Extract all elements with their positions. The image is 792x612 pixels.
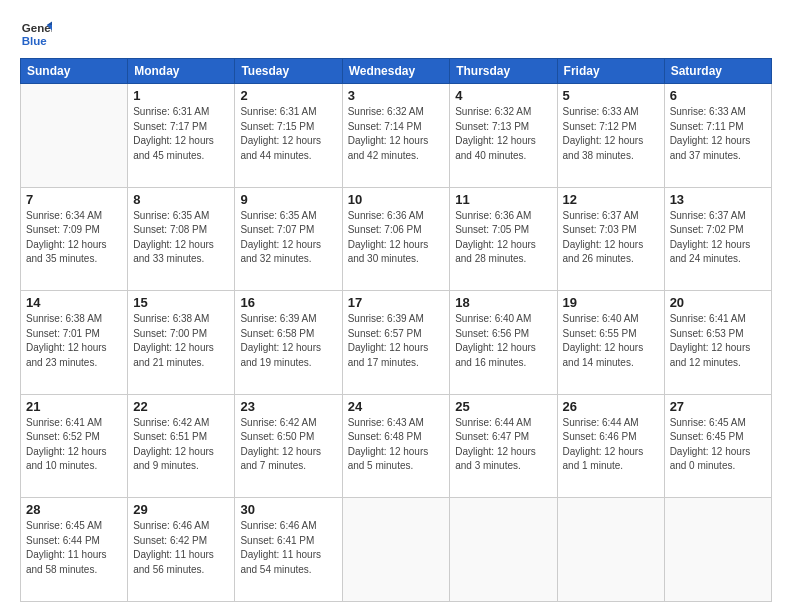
col-header-sunday: Sunday <box>21 59 128 84</box>
day-info: Sunrise: 6:45 AMSunset: 6:45 PMDaylight:… <box>670 416 766 474</box>
calendar-cell <box>342 498 450 602</box>
day-info: Sunrise: 6:39 AMSunset: 6:58 PMDaylight:… <box>240 312 336 370</box>
day-number: 23 <box>240 399 336 414</box>
day-info: Sunrise: 6:43 AMSunset: 6:48 PMDaylight:… <box>348 416 445 474</box>
day-info: Sunrise: 6:44 AMSunset: 6:46 PMDaylight:… <box>563 416 659 474</box>
calendar-cell: 29Sunrise: 6:46 AMSunset: 6:42 PMDayligh… <box>128 498 235 602</box>
calendar-cell <box>557 498 664 602</box>
logo: General Blue <box>20 18 56 50</box>
day-number: 5 <box>563 88 659 103</box>
day-info: Sunrise: 6:40 AMSunset: 6:55 PMDaylight:… <box>563 312 659 370</box>
calendar-cell: 1Sunrise: 6:31 AMSunset: 7:17 PMDaylight… <box>128 84 235 188</box>
svg-text:General: General <box>22 22 52 34</box>
page-header: General Blue <box>20 18 772 50</box>
calendar-cell <box>664 498 771 602</box>
day-number: 2 <box>240 88 336 103</box>
day-info: Sunrise: 6:36 AMSunset: 7:05 PMDaylight:… <box>455 209 551 267</box>
day-number: 25 <box>455 399 551 414</box>
day-number: 6 <box>670 88 766 103</box>
day-number: 30 <box>240 502 336 517</box>
calendar-cell: 27Sunrise: 6:45 AMSunset: 6:45 PMDayligh… <box>664 394 771 498</box>
day-number: 22 <box>133 399 229 414</box>
day-info: Sunrise: 6:38 AMSunset: 7:00 PMDaylight:… <box>133 312 229 370</box>
calendar-cell: 28Sunrise: 6:45 AMSunset: 6:44 PMDayligh… <box>21 498 128 602</box>
col-header-thursday: Thursday <box>450 59 557 84</box>
day-number: 12 <box>563 192 659 207</box>
day-info: Sunrise: 6:46 AMSunset: 6:42 PMDaylight:… <box>133 519 229 577</box>
calendar-cell: 4Sunrise: 6:32 AMSunset: 7:13 PMDaylight… <box>450 84 557 188</box>
calendar-cell: 22Sunrise: 6:42 AMSunset: 6:51 PMDayligh… <box>128 394 235 498</box>
day-number: 14 <box>26 295 122 310</box>
col-header-tuesday: Tuesday <box>235 59 342 84</box>
day-info: Sunrise: 6:46 AMSunset: 6:41 PMDaylight:… <box>240 519 336 577</box>
day-info: Sunrise: 6:36 AMSunset: 7:06 PMDaylight:… <box>348 209 445 267</box>
day-info: Sunrise: 6:38 AMSunset: 7:01 PMDaylight:… <box>26 312 122 370</box>
svg-text:Blue: Blue <box>22 35 48 47</box>
day-number: 16 <box>240 295 336 310</box>
calendar-cell: 14Sunrise: 6:38 AMSunset: 7:01 PMDayligh… <box>21 291 128 395</box>
calendar: SundayMondayTuesdayWednesdayThursdayFrid… <box>20 58 772 602</box>
day-info: Sunrise: 6:37 AMSunset: 7:02 PMDaylight:… <box>670 209 766 267</box>
day-info: Sunrise: 6:31 AMSunset: 7:17 PMDaylight:… <box>133 105 229 163</box>
calendar-cell: 5Sunrise: 6:33 AMSunset: 7:12 PMDaylight… <box>557 84 664 188</box>
day-number: 8 <box>133 192 229 207</box>
calendar-cell: 26Sunrise: 6:44 AMSunset: 6:46 PMDayligh… <box>557 394 664 498</box>
day-number: 29 <box>133 502 229 517</box>
day-number: 19 <box>563 295 659 310</box>
day-number: 17 <box>348 295 445 310</box>
day-number: 28 <box>26 502 122 517</box>
day-info: Sunrise: 6:40 AMSunset: 6:56 PMDaylight:… <box>455 312 551 370</box>
calendar-cell: 8Sunrise: 6:35 AMSunset: 7:08 PMDaylight… <box>128 187 235 291</box>
day-number: 3 <box>348 88 445 103</box>
calendar-cell: 3Sunrise: 6:32 AMSunset: 7:14 PMDaylight… <box>342 84 450 188</box>
day-info: Sunrise: 6:33 AMSunset: 7:12 PMDaylight:… <box>563 105 659 163</box>
calendar-cell: 16Sunrise: 6:39 AMSunset: 6:58 PMDayligh… <box>235 291 342 395</box>
day-info: Sunrise: 6:42 AMSunset: 6:51 PMDaylight:… <box>133 416 229 474</box>
calendar-cell: 9Sunrise: 6:35 AMSunset: 7:07 PMDaylight… <box>235 187 342 291</box>
day-number: 15 <box>133 295 229 310</box>
calendar-cell: 25Sunrise: 6:44 AMSunset: 6:47 PMDayligh… <box>450 394 557 498</box>
calendar-cell: 2Sunrise: 6:31 AMSunset: 7:15 PMDaylight… <box>235 84 342 188</box>
day-info: Sunrise: 6:45 AMSunset: 6:44 PMDaylight:… <box>26 519 122 577</box>
day-number: 10 <box>348 192 445 207</box>
day-info: Sunrise: 6:31 AMSunset: 7:15 PMDaylight:… <box>240 105 336 163</box>
day-number: 21 <box>26 399 122 414</box>
calendar-cell: 23Sunrise: 6:42 AMSunset: 6:50 PMDayligh… <box>235 394 342 498</box>
day-info: Sunrise: 6:41 AMSunset: 6:52 PMDaylight:… <box>26 416 122 474</box>
col-header-monday: Monday <box>128 59 235 84</box>
calendar-cell: 7Sunrise: 6:34 AMSunset: 7:09 PMDaylight… <box>21 187 128 291</box>
calendar-cell <box>21 84 128 188</box>
calendar-cell: 20Sunrise: 6:41 AMSunset: 6:53 PMDayligh… <box>664 291 771 395</box>
calendar-cell: 15Sunrise: 6:38 AMSunset: 7:00 PMDayligh… <box>128 291 235 395</box>
day-number: 7 <box>26 192 122 207</box>
day-number: 1 <box>133 88 229 103</box>
day-info: Sunrise: 6:33 AMSunset: 7:11 PMDaylight:… <box>670 105 766 163</box>
calendar-cell: 21Sunrise: 6:41 AMSunset: 6:52 PMDayligh… <box>21 394 128 498</box>
day-info: Sunrise: 6:32 AMSunset: 7:14 PMDaylight:… <box>348 105 445 163</box>
day-info: Sunrise: 6:37 AMSunset: 7:03 PMDaylight:… <box>563 209 659 267</box>
calendar-cell: 10Sunrise: 6:36 AMSunset: 7:06 PMDayligh… <box>342 187 450 291</box>
col-header-friday: Friday <box>557 59 664 84</box>
day-number: 24 <box>348 399 445 414</box>
day-info: Sunrise: 6:34 AMSunset: 7:09 PMDaylight:… <box>26 209 122 267</box>
calendar-cell: 18Sunrise: 6:40 AMSunset: 6:56 PMDayligh… <box>450 291 557 395</box>
day-number: 20 <box>670 295 766 310</box>
col-header-wednesday: Wednesday <box>342 59 450 84</box>
day-info: Sunrise: 6:39 AMSunset: 6:57 PMDaylight:… <box>348 312 445 370</box>
day-number: 13 <box>670 192 766 207</box>
calendar-cell: 13Sunrise: 6:37 AMSunset: 7:02 PMDayligh… <box>664 187 771 291</box>
day-number: 9 <box>240 192 336 207</box>
day-info: Sunrise: 6:42 AMSunset: 6:50 PMDaylight:… <box>240 416 336 474</box>
day-number: 4 <box>455 88 551 103</box>
day-number: 26 <box>563 399 659 414</box>
day-info: Sunrise: 6:35 AMSunset: 7:07 PMDaylight:… <box>240 209 336 267</box>
day-info: Sunrise: 6:41 AMSunset: 6:53 PMDaylight:… <box>670 312 766 370</box>
calendar-cell: 19Sunrise: 6:40 AMSunset: 6:55 PMDayligh… <box>557 291 664 395</box>
calendar-cell: 24Sunrise: 6:43 AMSunset: 6:48 PMDayligh… <box>342 394 450 498</box>
col-header-saturday: Saturday <box>664 59 771 84</box>
calendar-cell <box>450 498 557 602</box>
calendar-cell: 6Sunrise: 6:33 AMSunset: 7:11 PMDaylight… <box>664 84 771 188</box>
calendar-cell: 12Sunrise: 6:37 AMSunset: 7:03 PMDayligh… <box>557 187 664 291</box>
logo-icon: General Blue <box>20 18 52 50</box>
day-info: Sunrise: 6:44 AMSunset: 6:47 PMDaylight:… <box>455 416 551 474</box>
